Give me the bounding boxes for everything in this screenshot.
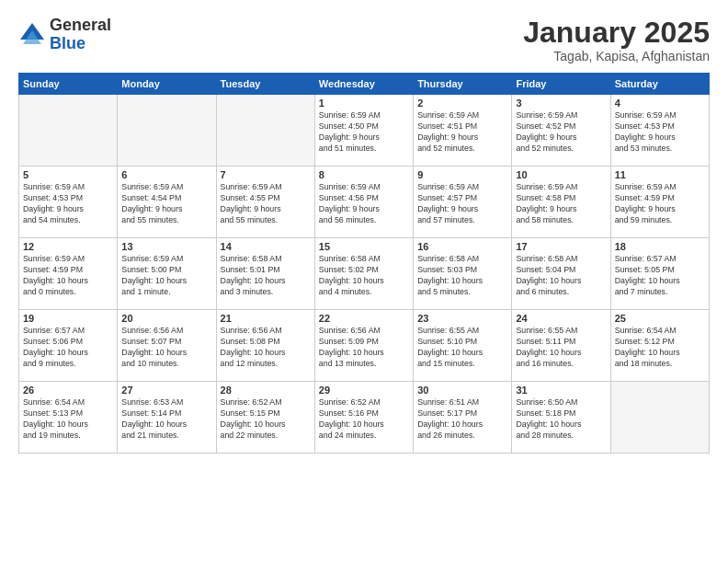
logo: General Blue [18, 17, 111, 53]
day-info: Sunrise: 6:54 AM Sunset: 5:13 PM Dayligh… [23, 397, 113, 442]
day-info: Sunrise: 6:59 AM Sunset: 4:58 PM Dayligh… [516, 182, 606, 226]
day-cell: 25Sunrise: 6:54 AM Sunset: 5:12 PM Dayli… [610, 310, 709, 382]
day-number: 9 [417, 169, 507, 180]
day-number: 22 [319, 313, 409, 324]
day-number: 14 [221, 241, 311, 252]
day-cell: 20Sunrise: 6:56 AM Sunset: 5:07 PM Dayli… [118, 310, 216, 382]
day-number: 19 [23, 313, 113, 324]
day-info: Sunrise: 6:59 AM Sunset: 4:53 PM Dayligh… [615, 110, 705, 155]
day-cell: 10Sunrise: 6:59 AM Sunset: 4:58 PM Dayli… [512, 167, 610, 238]
day-cell: 5Sunrise: 6:59 AM Sunset: 4:53 PM Daylig… [19, 167, 118, 238]
day-cell: 14Sunrise: 6:58 AM Sunset: 5:01 PM Dayli… [216, 238, 314, 310]
day-cell: 12Sunrise: 6:59 AM Sunset: 4:59 PM Dayli… [19, 238, 118, 310]
header: General Blue January 2025 Tagab, Kapisa,… [18, 17, 710, 63]
day-cell: 16Sunrise: 6:58 AM Sunset: 5:03 PM Dayli… [414, 238, 512, 310]
logo-general: General [50, 16, 111, 34]
day-info: Sunrise: 6:55 AM Sunset: 5:11 PM Dayligh… [516, 326, 606, 370]
day-cell: 2Sunrise: 6:59 AM Sunset: 4:51 PM Daylig… [414, 95, 512, 167]
day-cell: 17Sunrise: 6:58 AM Sunset: 5:04 PM Dayli… [512, 238, 610, 310]
day-cell: 9Sunrise: 6:59 AM Sunset: 4:57 PM Daylig… [414, 167, 512, 238]
day-info: Sunrise: 6:59 AM Sunset: 4:50 PM Dayligh… [319, 110, 409, 155]
logo-blue: Blue [50, 34, 85, 52]
day-info: Sunrise: 6:59 AM Sunset: 4:54 PM Dayligh… [121, 182, 211, 226]
day-info: Sunrise: 6:59 AM Sunset: 4:56 PM Dayligh… [319, 182, 409, 226]
day-info: Sunrise: 6:58 AM Sunset: 5:01 PM Dayligh… [221, 254, 311, 298]
day-info: Sunrise: 6:59 AM Sunset: 5:00 PM Dayligh… [121, 254, 211, 298]
day-info: Sunrise: 6:52 AM Sunset: 5:15 PM Dayligh… [221, 397, 311, 442]
day-number: 13 [121, 241, 211, 252]
day-number: 18 [615, 241, 705, 252]
day-cell: 26Sunrise: 6:54 AM Sunset: 5:13 PM Dayli… [19, 382, 118, 454]
day-number: 29 [319, 385, 409, 396]
day-cell: 28Sunrise: 6:52 AM Sunset: 5:15 PM Dayli… [216, 382, 314, 454]
day-number: 7 [221, 169, 311, 180]
day-cell: 24Sunrise: 6:55 AM Sunset: 5:11 PM Dayli… [512, 310, 610, 382]
logo-icon [18, 21, 46, 49]
day-cell: 13Sunrise: 6:59 AM Sunset: 5:00 PM Dayli… [118, 238, 216, 310]
header-monday: Monday [118, 74, 216, 95]
day-info: Sunrise: 6:50 AM Sunset: 5:18 PM Dayligh… [516, 397, 606, 442]
day-number: 25 [615, 313, 705, 324]
day-number: 12 [23, 241, 113, 252]
day-cell: 4Sunrise: 6:59 AM Sunset: 4:53 PM Daylig… [610, 95, 709, 167]
header-sunday: Sunday [19, 74, 118, 95]
day-info: Sunrise: 6:58 AM Sunset: 5:04 PM Dayligh… [516, 254, 606, 298]
day-number: 8 [319, 169, 409, 180]
week-row-0: 1Sunrise: 6:59 AM Sunset: 4:50 PM Daylig… [19, 95, 710, 167]
day-info: Sunrise: 6:57 AM Sunset: 5:05 PM Dayligh… [615, 254, 705, 298]
day-cell: 23Sunrise: 6:55 AM Sunset: 5:10 PM Dayli… [414, 310, 512, 382]
page: General Blue January 2025 Tagab, Kapisa,… [0, 0, 728, 563]
day-info: Sunrise: 6:51 AM Sunset: 5:17 PM Dayligh… [417, 397, 507, 442]
day-number: 27 [121, 385, 211, 396]
day-number: 26 [23, 385, 113, 396]
day-cell: 22Sunrise: 6:56 AM Sunset: 5:09 PM Dayli… [314, 310, 413, 382]
week-row-1: 5Sunrise: 6:59 AM Sunset: 4:53 PM Daylig… [19, 167, 710, 238]
day-cell: 21Sunrise: 6:56 AM Sunset: 5:08 PM Dayli… [216, 310, 314, 382]
day-info: Sunrise: 6:59 AM Sunset: 4:59 PM Dayligh… [23, 254, 113, 298]
calendar-table: Sunday Monday Tuesday Wednesday Thursday… [18, 73, 710, 454]
day-info: Sunrise: 6:59 AM Sunset: 4:57 PM Dayligh… [417, 182, 507, 226]
day-number: 31 [516, 385, 606, 396]
day-cell: 7Sunrise: 6:59 AM Sunset: 4:55 PM Daylig… [216, 167, 314, 238]
day-cell: 1Sunrise: 6:59 AM Sunset: 4:50 PM Daylig… [314, 95, 413, 167]
day-cell: 19Sunrise: 6:57 AM Sunset: 5:06 PM Dayli… [19, 310, 118, 382]
week-row-4: 26Sunrise: 6:54 AM Sunset: 5:13 PM Dayli… [19, 382, 710, 454]
day-cell: 3Sunrise: 6:59 AM Sunset: 4:52 PM Daylig… [512, 95, 610, 167]
calendar-subtitle: Tagab, Kapisa, Afghanistan [523, 49, 710, 63]
day-number: 20 [121, 313, 211, 324]
day-cell: 15Sunrise: 6:58 AM Sunset: 5:02 PM Dayli… [314, 238, 413, 310]
day-number: 30 [417, 385, 507, 396]
day-number: 5 [23, 169, 113, 180]
day-cell: 6Sunrise: 6:59 AM Sunset: 4:54 PM Daylig… [118, 167, 216, 238]
day-number: 3 [516, 98, 606, 109]
day-info: Sunrise: 6:56 AM Sunset: 5:09 PM Dayligh… [319, 326, 409, 370]
day-number: 4 [615, 98, 705, 109]
day-info: Sunrise: 6:56 AM Sunset: 5:07 PM Dayligh… [121, 326, 211, 370]
day-number: 1 [319, 98, 409, 109]
title-block: January 2025 Tagab, Kapisa, Afghanistan [523, 17, 710, 63]
calendar-header-row: Sunday Monday Tuesday Wednesday Thursday… [19, 74, 710, 95]
day-cell: 31Sunrise: 6:50 AM Sunset: 5:18 PM Dayli… [512, 382, 610, 454]
day-number: 16 [417, 241, 507, 252]
day-info: Sunrise: 6:59 AM Sunset: 4:59 PM Dayligh… [615, 182, 705, 226]
day-cell: 18Sunrise: 6:57 AM Sunset: 5:05 PM Dayli… [610, 238, 709, 310]
day-info: Sunrise: 6:55 AM Sunset: 5:10 PM Dayligh… [417, 326, 507, 370]
day-info: Sunrise: 6:59 AM Sunset: 4:55 PM Dayligh… [221, 182, 311, 226]
day-number: 15 [319, 241, 409, 252]
logo-text: General Blue [50, 17, 111, 53]
header-friday: Friday [512, 74, 610, 95]
day-info: Sunrise: 6:59 AM Sunset: 4:53 PM Dayligh… [23, 182, 113, 226]
header-tuesday: Tuesday [216, 74, 314, 95]
day-number: 6 [121, 169, 211, 180]
day-info: Sunrise: 6:57 AM Sunset: 5:06 PM Dayligh… [23, 326, 113, 370]
day-number: 2 [417, 98, 507, 109]
day-cell: 29Sunrise: 6:52 AM Sunset: 5:16 PM Dayli… [314, 382, 413, 454]
day-cell [19, 95, 118, 167]
calendar-title: January 2025 [523, 17, 710, 49]
header-saturday: Saturday [610, 74, 709, 95]
day-cell [118, 95, 216, 167]
day-info: Sunrise: 6:58 AM Sunset: 5:02 PM Dayligh… [319, 254, 409, 298]
day-number: 28 [221, 385, 311, 396]
day-cell [610, 382, 709, 454]
day-cell: 11Sunrise: 6:59 AM Sunset: 4:59 PM Dayli… [610, 167, 709, 238]
